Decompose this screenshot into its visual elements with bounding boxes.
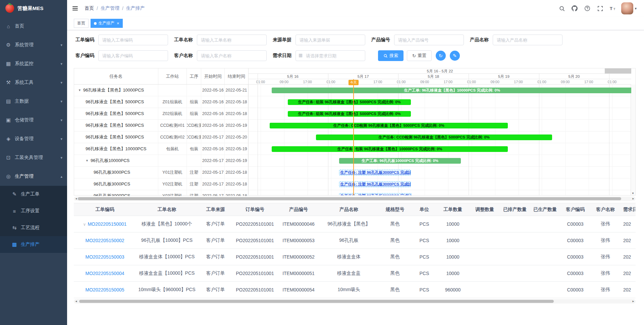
- filter-input-wrap: [197, 50, 267, 61]
- gantt-task-bar[interactable]: 生产任务: 组装 96孔移液盒【黑色】5000PCS 完成比例: 0%: [288, 111, 411, 117]
- gantt-task-row[interactable]: 96孔孔板3000PCSY01注塑机注塑2022-05-172022-05-18: [74, 167, 248, 178]
- gantt-vertical-scrollbar[interactable]: ▼: [631, 85, 635, 195]
- gantt-task-row[interactable]: ▼96孔移液盒【黑色】10000PCS2022-05-162022-05-21: [74, 85, 248, 96]
- gantt-task-row[interactable]: 96孔移液盒【黑色】5000PCSCCD检测#01CCD检测2022-05-16…: [74, 120, 248, 131]
- search-button[interactable]: 搜索: [378, 50, 404, 61]
- order-code-link[interactable]: MO202205150003: [86, 254, 124, 260]
- gantt-workorder-bar[interactable]: 生产工单: 96孔孔板10000PCS 完成比例: 0%: [339, 158, 461, 164]
- edit-circle-button[interactable]: ✎: [450, 51, 460, 61]
- hamburger-icon[interactable]: [72, 5, 79, 12]
- order-cell-customer_name: 张伟: [590, 249, 621, 265]
- work-order-code-input[interactable]: [98, 35, 168, 45]
- sidebar-item-process-flow[interactable]: ⇆工艺流程: [0, 219, 67, 236]
- orders-column-header: 产品名称: [320, 203, 377, 216]
- start-cell: 2022-05-17: [201, 167, 225, 178]
- product-code-input[interactable]: [394, 35, 464, 45]
- orders-horizontal-scrollbar[interactable]: ◄ ►: [74, 299, 636, 304]
- gantt-task-bar[interactable]: 生产任务: CCD检测 96孔移液盒【黑色】5000PCS 完成比例: 0%: [316, 134, 552, 140]
- gantt-task-bar[interactable]: 生产任务: 组装 96孔移液盒【黑色】5000PCS 完成比例: 0%: [288, 99, 411, 105]
- gantt-task-row[interactable]: 96孔移液盒【黑色】10000PCS包装机包装2022-05-162022-05…: [74, 143, 248, 155]
- left-arrow-icon[interactable]: ◄: [75, 300, 77, 303]
- gantt-task-bar[interactable]: 生产任务: 注塑 96孔孔板3000PCS 完成比例: 0%: [339, 170, 411, 175]
- fullscreen-icon[interactable]: [596, 5, 604, 12]
- order-cell-customer_code: C00003: [560, 216, 590, 232]
- right-arrow-icon[interactable]: ►: [632, 197, 635, 200]
- gantt-task-row[interactable]: 96孔移液盒【黑色】5000PCSZ01组装机组装2022-05-162022-…: [74, 96, 248, 108]
- filter-group-customer-name: 客户名称: [174, 50, 267, 61]
- order-code-link[interactable]: MO202205150002: [86, 238, 124, 243]
- breadcrumb-current[interactable]: 生产排产: [126, 5, 145, 11]
- scrollbar-thumb[interactable]: [79, 300, 554, 303]
- sidebar-item-scheduling[interactable]: ▩生产排产: [0, 236, 67, 253]
- gantt-task-row[interactable]: 96孔孔板3000PCSY02注塑机注塑2022-05-172022-05-18: [74, 178, 248, 190]
- sidebar-item-system-tools[interactable]: ⚒系统工具▾: [0, 73, 67, 92]
- gantt-horizontal-scrollbar[interactable]: ◄ ►: [74, 197, 636, 201]
- orders-column-header: 客户编码: [560, 203, 590, 216]
- filter-group-product-code: 产品编号: [371, 35, 464, 45]
- sidebar-item-home[interactable]: ⌂首页: [0, 17, 67, 36]
- sidebar-item-master-data[interactable]: ▤主数据▾: [0, 92, 67, 111]
- gantt-workorder-bar[interactable]: 生产工单: 96孔移液盒【黑色】10000PCS 完成比例: 0%: [272, 88, 631, 93]
- scrollbar-thumb[interactable]: [78, 197, 621, 200]
- sidebar-item-work-order[interactable]: ✎生产工单: [0, 186, 67, 203]
- customer-name-input[interactable]: [197, 50, 267, 61]
- close-icon[interactable]: ×: [117, 21, 119, 25]
- breadcrumb-production-mgmt[interactable]: 生产管理: [101, 5, 119, 11]
- order-cell-customer_code: C00003: [560, 249, 590, 265]
- hour-gridline: [261, 79, 261, 195]
- gantt-task-bar[interactable]: 生产任务: 包装 96孔移液盒【黑色】10000PCS 完成比例: 0%: [272, 146, 508, 152]
- order-cell-order_no: PO202205101001: [233, 249, 277, 265]
- gantt-column-header: 工作站: [158, 68, 187, 84]
- reset-button[interactable]: ↻ 重置: [407, 50, 432, 61]
- process-cell: CCD检测: [187, 120, 201, 131]
- gantt-task-bar[interactable]: 生产任务: 注塑 96孔孔板3000PCS 完成比例: 0%: [339, 193, 412, 195]
- customer-code-input[interactable]: [98, 50, 168, 61]
- tab-home[interactable]: 首页: [74, 19, 89, 28]
- right-arrow-icon[interactable]: ►: [632, 300, 635, 303]
- order-code-link[interactable]: MO202205150005: [86, 287, 124, 292]
- github-icon[interactable]: [571, 5, 578, 12]
- search-icon[interactable]: [558, 5, 566, 12]
- gantt-task-bar[interactable]: 生产任务: CCD检测 96孔移液盒【黑色】5000PCS 完成比例: 0%: [270, 123, 508, 128]
- gantt-task-row[interactable]: 96孔孔板3000PCSY03注塑机注塑2022-05-172022-05-18: [74, 190, 248, 196]
- sidebar-item-equipment[interactable]: ◈设备管理▾: [0, 129, 67, 148]
- font-size-icon[interactable]: TT: [609, 5, 616, 12]
- question-icon[interactable]: [584, 5, 591, 12]
- expand-caret-icon[interactable]: ▼: [78, 89, 81, 92]
- sidebar-item-warehouse[interactable]: ▣仓储管理▾: [0, 111, 67, 129]
- down-arrow-icon[interactable]: ▼: [632, 192, 634, 195]
- user-menu[interactable]: ▾: [621, 2, 637, 14]
- navbar-icons: TT: [558, 5, 616, 12]
- order-code-link[interactable]: MO202205150001: [88, 221, 126, 227]
- sidebar-item-system-monitor[interactable]: ▦系统监控▾: [0, 54, 67, 73]
- order-cell-code: MO202205150005: [74, 282, 136, 298]
- filter-row-1: 工单编码工单名称来源单据产品编号产品名称: [75, 35, 644, 45]
- gantt-task-row[interactable]: ▼96孔孔板10000PCS2022-05-172022-05-19: [74, 155, 248, 167]
- row-caret-icon[interactable]: ∨: [83, 222, 86, 227]
- orders-column-header: 已生产数量: [530, 203, 560, 216]
- product-name-input[interactable]: [493, 35, 562, 45]
- source-doc-input[interactable]: [296, 35, 365, 45]
- order-code-link[interactable]: MO202205150004: [86, 271, 124, 276]
- order-cell-name: 移液盒盒体【10000】PCS: [136, 249, 198, 265]
- order-cell-product_name: 移液盒盒盖: [320, 265, 377, 282]
- gantt-task-bar[interactable]: 生产任务: 注塑 96孔孔板3000PCS 完成比例: 0%: [339, 181, 411, 187]
- gantt-task-row[interactable]: 96孔移液盒【黑色】5000PCSCCD检测#02CCD检测2022-05-17…: [74, 131, 248, 143]
- left-arrow-icon[interactable]: ◄: [75, 197, 77, 200]
- sidebar-item-system-mgmt[interactable]: ⚙系统管理▾: [0, 36, 67, 54]
- demand-date-input[interactable]: [296, 50, 365, 61]
- tab-scheduling[interactable]: 生产排产×: [91, 19, 123, 28]
- sidebar-item-process-settings[interactable]: ≡工序设置: [0, 203, 67, 219]
- work-order-name-input[interactable]: [197, 35, 267, 45]
- expand-caret-icon[interactable]: ▼: [86, 159, 89, 162]
- order-cell-demand_date: 202: [621, 216, 636, 232]
- refresh-circle-button[interactable]: ↻: [436, 51, 446, 61]
- sidebar-item-production[interactable]: ◎生产管理▴: [0, 167, 67, 186]
- breadcrumb-home[interactable]: 首页: [85, 5, 94, 11]
- sidebar-item-fixture[interactable]: ⊡工装夹具管理▾: [0, 148, 67, 167]
- station-cell: Z02组装机: [158, 108, 187, 119]
- gantt-task-row[interactable]: 96孔移液盒【黑色】5000PCSZ02组装机组装2022-05-162022-…: [74, 108, 248, 120]
- avatar[interactable]: [621, 2, 633, 14]
- order-cell-customer_name: 张伟: [590, 282, 621, 298]
- order-cell-name: 96孔孔板【10000】PCS: [136, 232, 198, 249]
